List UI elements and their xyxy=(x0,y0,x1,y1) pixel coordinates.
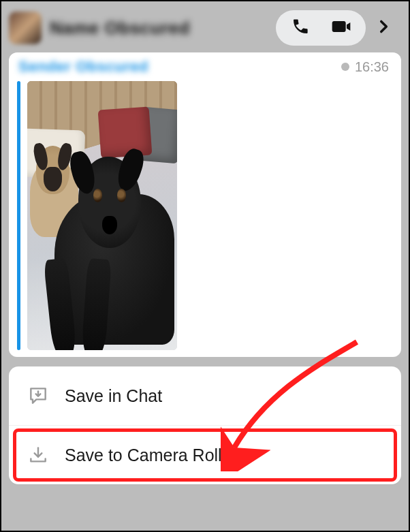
chevron-right-icon xyxy=(375,18,392,38)
menu-item-save-in-chat[interactable]: Save in Chat xyxy=(9,366,401,425)
call-pill xyxy=(276,10,366,46)
message-time: 16:36 xyxy=(341,59,389,75)
avatar[interactable] xyxy=(9,12,42,44)
sender-name: Sender Obscured xyxy=(18,58,148,76)
menu-item-label: Save in Chat xyxy=(65,386,162,406)
status-dot-icon xyxy=(341,63,349,71)
snap-photo[interactable] xyxy=(27,81,177,350)
voice-call-button[interactable] xyxy=(280,10,321,46)
timestamp: 16:36 xyxy=(355,59,389,75)
download-tray-icon xyxy=(27,443,50,467)
message-media xyxy=(17,81,177,350)
video-call-button[interactable] xyxy=(321,10,362,46)
message-card: Sender Obscured 16:36 xyxy=(9,52,401,357)
header-actions xyxy=(276,10,401,46)
chat-download-icon xyxy=(27,384,50,407)
chat-header: Name Obscured xyxy=(9,7,401,49)
chat-details-button[interactable] xyxy=(366,10,401,46)
video-icon xyxy=(330,16,352,40)
thread-accent-bar xyxy=(17,81,20,350)
menu-item-save-to-camera-roll[interactable]: Save to Camera Roll xyxy=(9,425,401,484)
context-menu: Save in Chat Save to Camera Roll xyxy=(9,366,401,484)
phone-icon xyxy=(290,16,311,40)
contact-name[interactable]: Name Obscured xyxy=(50,18,206,39)
menu-item-label: Save to Camera Roll xyxy=(65,445,222,465)
message-meta: Sender Obscured 16:36 xyxy=(9,52,401,78)
